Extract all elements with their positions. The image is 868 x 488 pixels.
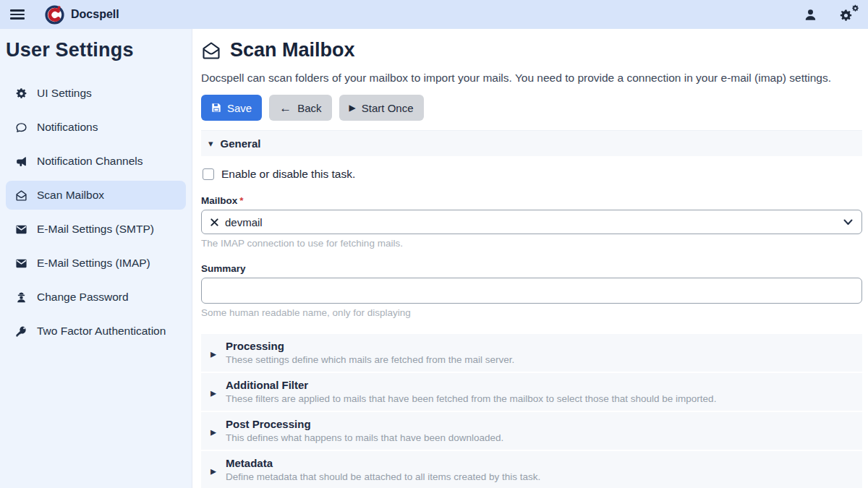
section-description: These settings define which mails are fe…	[226, 354, 514, 365]
envelope-icon	[14, 223, 27, 236]
sidebar-item-email-smtp[interactable]: E-Mail Settings (SMTP)	[6, 215, 186, 244]
general-section-label: General	[221, 137, 261, 150]
comment-icon	[14, 121, 27, 134]
sidebar-item-two-factor[interactable]: Two Factor Authentication	[6, 317, 186, 346]
play-icon: ▶	[349, 103, 356, 112]
topbar: Docspell	[0, 0, 868, 29]
start-once-button[interactable]: ▶ Start Once	[339, 95, 424, 121]
caret-right-icon: ▸	[201, 379, 226, 404]
sidebar-item-label: UI Settings	[37, 87, 92, 100]
enable-task-label: Enable or disable this task.	[221, 168, 355, 181]
toolbar: Save ← Back ▶ Start Once	[201, 95, 862, 121]
envelope-open-icon	[201, 40, 221, 61]
arrow-left-icon: ←	[279, 102, 292, 114]
section-description: This defines what happens to mails that …	[226, 432, 503, 443]
back-button[interactable]: ← Back	[269, 95, 331, 121]
sidebar-item-change-password[interactable]: Change Password	[6, 283, 186, 312]
section-title: Metadata	[226, 457, 540, 469]
envelope-open-icon	[14, 189, 27, 202]
caret-right-icon: ▸	[201, 457, 226, 482]
sidebar-item-notification-channels[interactable]: Notification Channels	[6, 147, 186, 176]
caret-down-icon: ▾	[208, 139, 213, 148]
processing-section-header[interactable]: ▸ Processing These settings define which…	[201, 334, 862, 372]
metadata-section-header[interactable]: ▸ Metadata Define metadata that should b…	[201, 451, 862, 488]
section-title: Additional Filter	[226, 379, 716, 391]
save-button[interactable]: Save	[201, 95, 262, 121]
user-account-icon[interactable]	[804, 8, 817, 22]
mailbox-help-text: The IMAP connection to use for fetching …	[201, 238, 862, 249]
caret-right-icon: ▸	[201, 340, 226, 365]
sidebar-item-label: Two Factor Authentication	[37, 325, 166, 338]
key-icon	[14, 325, 27, 338]
sidebar-menu: UI Settings Notifications Notification C…	[6, 79, 186, 346]
floppy-save-icon	[211, 103, 221, 113]
page-title: Scan Mailbox	[201, 39, 862, 61]
mailbox-label: Mailbox*	[201, 195, 862, 206]
gear-icon	[14, 87, 27, 100]
mailbox-field: Mailbox* devmail The IMAP connection to …	[201, 195, 862, 249]
section-title: Processing	[226, 340, 514, 352]
sidebar-item-ui-settings[interactable]: UI Settings	[6, 79, 186, 108]
bullhorn-icon	[14, 155, 27, 168]
sidebar-item-notifications[interactable]: Notifications	[6, 113, 186, 142]
post-processing-section-header[interactable]: ▸ Post Processing This defines what happ…	[201, 412, 862, 450]
section-title: Post Processing	[226, 418, 503, 430]
mailbox-selected-value: devmail	[210, 216, 263, 228]
app-title: Docspell	[71, 8, 119, 21]
menu-toggle-icon[interactable]	[10, 9, 25, 20]
sidebar-item-label: Notification Channels	[37, 155, 142, 168]
enable-task-checkbox[interactable]	[203, 168, 214, 180]
summary-help-text: Some human readable name, only for displ…	[201, 307, 862, 318]
sidebar-title: User Settings	[6, 39, 186, 61]
user-settings-sidebar: User Settings UI Settings Notifications …	[0, 29, 192, 488]
start-once-button-label: Start Once	[362, 102, 414, 114]
envelope-icon	[14, 257, 27, 270]
brand[interactable]: Docspell	[45, 5, 119, 25]
page-title-text: Scan Mailbox	[230, 39, 355, 61]
general-section-header[interactable]: ▾ General	[201, 130, 862, 156]
sidebar-item-label: Scan Mailbox	[37, 189, 104, 202]
save-button-label: Save	[227, 102, 252, 114]
sidebar-item-label: E-Mail Settings (IMAP)	[37, 257, 150, 270]
sidebar-item-label: Notifications	[37, 121, 98, 134]
sidebar-item-label: Change Password	[37, 291, 129, 304]
summary-field: Summary Some human readable name, only f…	[201, 263, 862, 318]
docspell-logo-icon	[45, 5, 64, 25]
section-description: Define metadata that should be attached …	[226, 471, 540, 482]
sidebar-item-email-imap[interactable]: E-Mail Settings (IMAP)	[6, 249, 186, 278]
chevron-down-icon	[843, 219, 853, 226]
mailbox-select[interactable]: devmail	[201, 210, 862, 234]
back-button-label: Back	[297, 102, 321, 114]
additional-filter-section-header[interactable]: ▸ Additional Filter These filters are ap…	[201, 373, 862, 411]
sidebar-item-label: E-Mail Settings (SMTP)	[37, 223, 154, 236]
summary-label: Summary	[201, 263, 862, 274]
sidebar-item-scan-mailbox[interactable]: Scan Mailbox	[6, 181, 186, 210]
summary-input[interactable]	[201, 278, 862, 304]
user-secret-icon	[14, 291, 27, 304]
page-description: Docspell can scan folders of your mailbo…	[201, 70, 862, 86]
clear-selection-x-icon[interactable]	[210, 218, 218, 226]
caret-right-icon: ▸	[201, 418, 226, 443]
required-marker: *	[239, 195, 243, 206]
settings-cogs-icon[interactable]	[839, 7, 858, 22]
section-description: These filters are applied to mails that …	[226, 393, 716, 404]
collapsed-sections: ▸ Processing These settings define which…	[201, 334, 862, 488]
enable-task-checkbox-row[interactable]: Enable or disable this task.	[203, 168, 862, 181]
scan-mailbox-page: Scan Mailbox Docspell can scan folders o…	[192, 29, 868, 488]
